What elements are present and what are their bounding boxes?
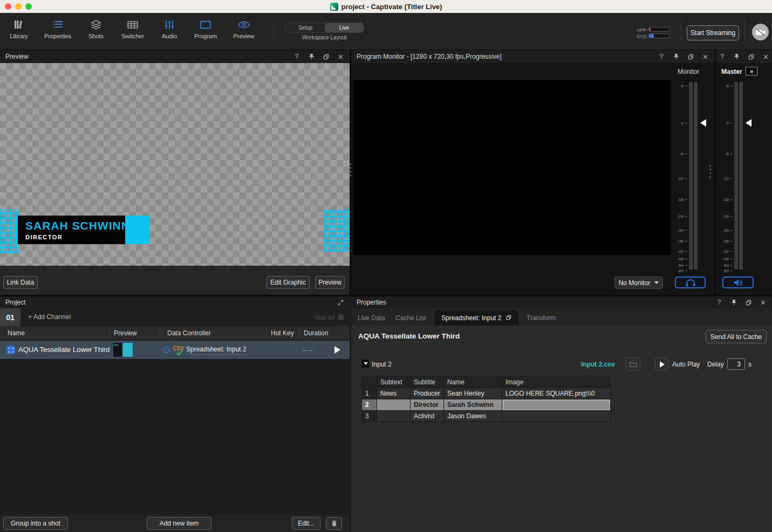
no-monitor-dropdown[interactable]: No Monitor: [614, 277, 663, 289]
row-play-button[interactable]: [334, 346, 340, 354]
mode-toggle: Setup Live: [285, 23, 364, 33]
master-mixer-label: Master: [721, 68, 742, 75]
edit-graphic-button[interactable]: Edit Graphic: [267, 276, 310, 289]
pin-icon[interactable]: [308, 53, 315, 60]
data-controller-value[interactable]: Spreadsheet: Input 2: [186, 346, 246, 355]
csv-file-link[interactable]: Input 2.csv: [581, 361, 615, 368]
stop-all-label: Stop All: [315, 314, 334, 321]
spreadsheet-cell[interactable]: [377, 411, 411, 422]
user-avatar[interactable]: [752, 24, 769, 40]
float-window-icon[interactable]: [322, 53, 330, 60]
group-into-shot-button[interactable]: Group into a shot: [3, 517, 68, 530]
meter-tick: 6: [673, 83, 687, 88]
spreadsheet-row[interactable]: 2DirectorSarah Schwinn: [362, 399, 611, 411]
project-panel-header: Project: [0, 296, 350, 308]
spreadsheet-row[interactable]: 1NewsProducerSean HenleyLOGO HERE SQUARE…: [362, 388, 611, 399]
chevron-down-icon: [654, 281, 659, 284]
spreadsheet-cell[interactable]: Jason Dawes: [444, 411, 502, 422]
delay-input[interactable]: 3: [727, 358, 745, 370]
close-icon[interactable]: [701, 53, 709, 60]
delete-button[interactable]: [326, 517, 342, 530]
spreadsheet-cell[interactable]: [502, 411, 611, 422]
toolbar-library[interactable]: Library: [0, 19, 38, 39]
spreadsheet-cell[interactable]: 2: [362, 399, 377, 411]
spreadsheet-column-header[interactable]: Subtext: [377, 376, 411, 388]
spreadsheet-column-header[interactable]: Name: [444, 376, 502, 388]
zoom-traffic-light[interactable]: [25, 3, 32, 10]
spreadsheet-row[interactable]: 3ActivistJason Dawes: [362, 411, 611, 422]
master-expand-button[interactable]: »: [746, 67, 757, 75]
browse-file-button[interactable]: [626, 357, 640, 371]
link-data-button[interactable]: Link Data: [3, 276, 38, 289]
spreadsheet-cell[interactable]: Director: [411, 399, 444, 411]
mixer-splitter-handle[interactable]: [709, 165, 711, 178]
toolbar-properties[interactable]: Properties: [39, 19, 77, 39]
add-channel-button[interactable]: + Add Channel: [28, 313, 71, 321]
spreadsheet-cell[interactable]: Sean Henley: [444, 388, 502, 399]
setup-mode-button[interactable]: Setup: [286, 23, 325, 32]
close-traffic-light[interactable]: [5, 3, 11, 10]
col-hot-key: Hot Key: [271, 329, 294, 337]
pin-icon[interactable]: [672, 53, 680, 60]
auto-play-label[interactable]: Auto Play: [672, 361, 700, 368]
help-icon[interactable]: ?: [715, 299, 723, 306]
tab-transform[interactable]: Transform: [527, 314, 556, 322]
toolbar-switcher[interactable]: Switcher: [114, 19, 152, 39]
add-new-item-button[interactable]: Add new item: [147, 517, 211, 530]
tab-live-data[interactable]: Live Data: [358, 314, 385, 322]
spreadsheet-cell[interactable]: 3: [362, 411, 377, 422]
spreadsheet-cell[interactable]: News: [377, 388, 411, 399]
start-streaming-button[interactable]: Start Streaming: [687, 25, 739, 40]
toolbar-program[interactable]: Program: [187, 19, 224, 39]
project-list-empty-area[interactable]: [0, 359, 350, 515]
preview-button[interactable]: Preview: [315, 276, 345, 289]
edit-button[interactable]: Edit...: [292, 517, 320, 530]
spreadsheet-cell[interactable]: LOGO HERE SQUARE.png\\\0: [502, 388, 611, 399]
tab-cache-list[interactable]: Cache List: [395, 314, 426, 322]
monitor-headphones-button[interactable]: [675, 277, 706, 288]
float-window-icon[interactable]: [744, 299, 752, 306]
spreadsheet-column-header[interactable]: Image: [502, 376, 611, 388]
spreadsheet-cell[interactable]: [502, 399, 611, 411]
live-mode-button[interactable]: Live: [325, 23, 364, 32]
spreadsheet-cell[interactable]: Sarah Schwinn: [444, 399, 502, 411]
help-icon[interactable]: ?: [293, 53, 300, 60]
toolbar-shots[interactable]: Shots: [77, 19, 115, 39]
play-data-button[interactable]: [655, 357, 669, 371]
tab-spreadsheet-input2[interactable]: Spreadsheet: Input 2: [435, 310, 518, 326]
toolbar-preview[interactable]: Preview: [225, 19, 263, 39]
send-all-to-cache-button[interactable]: Send All to Cache: [706, 330, 767, 343]
help-icon[interactable]: ?: [658, 53, 665, 60]
master-speaker-button[interactable]: [722, 277, 754, 288]
pin-icon[interactable]: [733, 53, 741, 60]
stop-all-icon[interactable]: [338, 314, 344, 320]
spreadsheet-column-header[interactable]: Subtitle: [411, 376, 444, 388]
help-icon[interactable]: ?: [719, 53, 726, 60]
meter-tick: -24: [719, 213, 733, 219]
input2-collapse-toggle[interactable]: [362, 360, 369, 368]
close-icon[interactable]: [762, 53, 770, 60]
spreadsheet-cell[interactable]: 1: [362, 388, 377, 399]
float-window-icon[interactable]: [687, 53, 694, 60]
channel-tab-01[interactable]: 01: [0, 308, 21, 326]
power-icon[interactable]: [162, 345, 171, 356]
collapse-panel-icon[interactable]: [337, 299, 344, 306]
project-row-name: AQUA Tessellate Lower Third: [18, 346, 110, 354]
close-icon[interactable]: [337, 53, 344, 60]
spreadsheet-body: 1NewsProducerSean HenleyLOGO HERE SQUARE…: [362, 388, 611, 422]
minimize-traffic-light[interactable]: [15, 3, 22, 10]
pin-icon[interactable]: [730, 299, 737, 306]
spreadsheet-header-row: SubtextSubtitleNameImage: [362, 376, 611, 388]
toolbar-audio[interactable]: Audio: [151, 19, 188, 39]
float-window-icon[interactable]: [748, 53, 755, 60]
spreadsheet-column-header[interactable]: [362, 376, 377, 388]
float-window-icon[interactable]: [505, 314, 512, 322]
project-row-aqua-tessellate[interactable]: AQUA Tessellate Lower Third NN CSV Sprea…: [0, 341, 350, 359]
close-icon[interactable]: [759, 299, 767, 306]
monitor-fader-handle[interactable]: [700, 119, 706, 127]
master-fader-handle[interactable]: [746, 119, 751, 127]
loop-check-icon[interactable]: [317, 345, 326, 354]
spreadsheet-cell[interactable]: Activist: [411, 411, 444, 422]
spreadsheet-cell[interactable]: [377, 399, 411, 411]
spreadsheet-cell[interactable]: Producer: [411, 388, 444, 399]
